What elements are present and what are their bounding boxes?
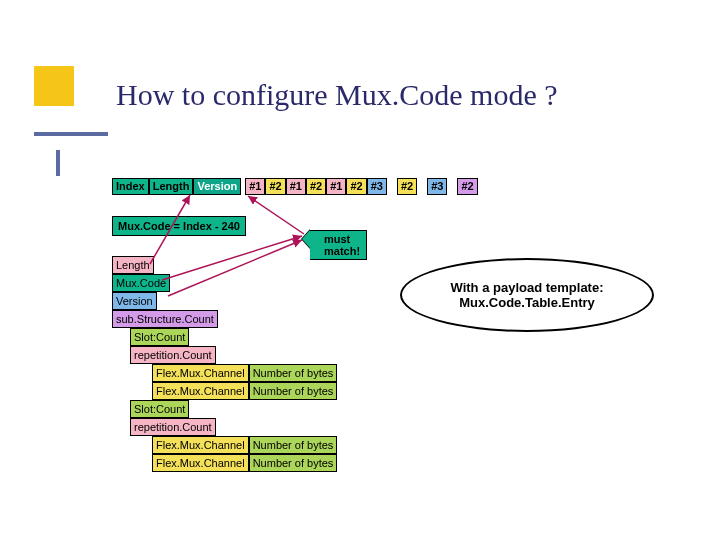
ellipse-line-1: With a payload template: bbox=[450, 280, 603, 295]
payload-template-ellipse: With a payload template: Mux.Code.Table.… bbox=[400, 258, 654, 332]
stack-repetitioncount: repetition.Count bbox=[130, 418, 216, 436]
stack-length: Length bbox=[112, 256, 154, 274]
stack-numbytes: Number of bytes bbox=[249, 454, 338, 472]
slot-cell: #3 bbox=[427, 178, 447, 195]
stack-numbytes: Number of bytes bbox=[249, 364, 338, 382]
stack-slotcount: Slot:Count bbox=[130, 328, 189, 346]
stack-flexmuxchannel: Flex.Mux.Channel bbox=[152, 382, 249, 400]
stack-numbytes: Number of bytes bbox=[249, 382, 338, 400]
stack-slotcount: Slot:Count bbox=[130, 400, 189, 418]
slot-cell: #2 bbox=[265, 178, 285, 195]
stack-muxcode: Mux.Code bbox=[112, 274, 170, 292]
formula-box: Mux.Code = Index - 240 bbox=[112, 216, 246, 236]
stack-repetitioncount: repetition.Count bbox=[130, 346, 216, 364]
template-stack: Length Mux.Code Version sub.Structure.Co… bbox=[112, 256, 337, 472]
slot-cell: #2 bbox=[306, 178, 326, 195]
slot-cell: #1 bbox=[245, 178, 265, 195]
slot-cell: #2 bbox=[346, 178, 366, 195]
slot-cell: #1 bbox=[286, 178, 306, 195]
bullet-vertical-bar bbox=[56, 150, 60, 176]
stack-numbytes: Number of bytes bbox=[249, 436, 338, 454]
svg-line-3 bbox=[248, 196, 304, 234]
header-row: Index Length Version #1 #2 #1 #2 #1 #2 #… bbox=[112, 178, 478, 195]
slot-cell: #1 bbox=[326, 178, 346, 195]
stack-flexmuxchannel: Flex.Mux.Channel bbox=[152, 454, 249, 472]
ellipse-line-2: Mux.Code.Table.Entry bbox=[459, 295, 595, 310]
stack-flexmuxchannel: Flex.Mux.Channel bbox=[152, 436, 249, 454]
bullet-horizontal-bar bbox=[34, 132, 108, 136]
slot-cell: #2 bbox=[457, 178, 477, 195]
header-index: Index bbox=[112, 178, 149, 195]
header-length: Length bbox=[149, 178, 194, 195]
slot-cell: #2 bbox=[397, 178, 417, 195]
page-title: How to configure Mux.Code mode ? bbox=[116, 78, 558, 112]
stack-substructurecount: sub.Structure.Count bbox=[112, 310, 218, 328]
header-version: Version bbox=[193, 178, 241, 195]
slot-cell: #3 bbox=[367, 178, 387, 195]
stack-version: Version bbox=[112, 292, 157, 310]
bullet-yellow-square bbox=[34, 66, 74, 106]
stack-flexmuxchannel: Flex.Mux.Channel bbox=[152, 364, 249, 382]
